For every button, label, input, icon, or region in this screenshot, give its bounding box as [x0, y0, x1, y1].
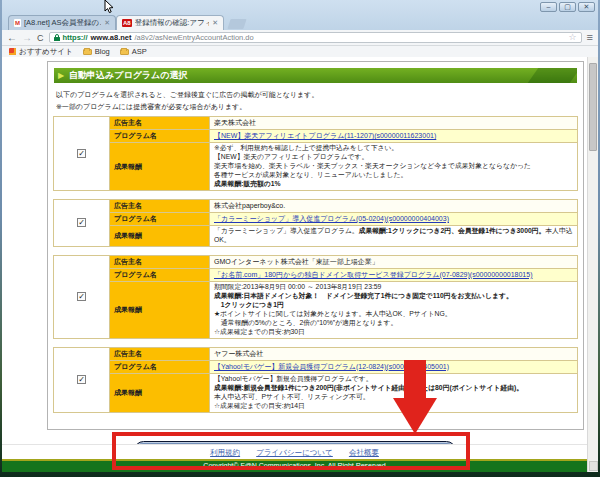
copyright-text: Copyright© — [203, 462, 240, 469]
page-content: ▶ 自動申込みプログラムの選択 以下のプログラムを選択されると、ご登録後直ぐに広… — [2, 57, 587, 472]
tab-strip: M [A8.net] AS会員登録の… ✕ A8 登録情報の確認:アフィリ ✕ — [2, 13, 598, 30]
program-link[interactable]: 【Yahoo!モバゲー】新規会員獲得プログラム(12-0824)(s000000… — [214, 363, 449, 370]
reward-label: 成果報酬 — [110, 225, 210, 246]
reward-value: 【Yahoo!モバゲー】新規会員獲得プログラムです。成果報酬:新規会員登録1件に… — [210, 373, 578, 412]
reward-line: 成果報酬:販売額の1% — [214, 180, 573, 189]
suggested-sites-icon — [9, 48, 16, 55]
reward-label: 成果報酬 — [110, 281, 210, 338]
vertical-scrollbar[interactable] — [587, 57, 598, 472]
program-name-label: プログラム名 — [110, 360, 210, 373]
advertiser-value: 楽天株式会社 — [210, 117, 578, 130]
program-name-cell: 【NEW】楽天アフィリエイトプログラム(11-1207)(s0000001162… — [210, 130, 578, 143]
gmail-icon: M — [14, 19, 21, 27]
url-path: /a8v2/asNewEntryAccountAction.do — [134, 33, 565, 42]
https-padlock-icon — [54, 34, 60, 41]
chrome-menu-icon[interactable]: ≡ — [587, 32, 593, 43]
reward-line: 1クリックにつき1円 — [214, 301, 573, 310]
bookmark-folder-asp[interactable]: ASP — [120, 47, 147, 56]
program-block: ✓ 広告主名 楽天株式会社 プログラム名 【NEW】楽天アフィリエイトプログラム… — [53, 116, 578, 191]
tab-a8-mail[interactable]: M [A8.net] AS会員登録の… ✕ — [8, 15, 116, 30]
tab-title: 登録情報の確認:アフィリ — [135, 18, 209, 28]
scrollbar-corner — [589, 461, 598, 471]
advertiser-label: 広告主名 — [110, 199, 210, 212]
section-title: 自動申込みプログラムの選択 — [69, 69, 187, 82]
privacy-link[interactable]: プライバシーについて — [256, 448, 333, 457]
copyright-company-link[interactable]: F@N Communications, — [240, 462, 312, 469]
advertiser-value: ヤフー株式会社 — [210, 347, 578, 360]
program-selection-panel: ▶ 自動申込みプログラムの選択 以下のプログラムを選択されると、ご登録後直ぐに広… — [47, 61, 584, 430]
reward-line: 成果報酬:日本語ドメインも対象！ ドメイン登録完了1件につき固定で110円をお支… — [214, 292, 573, 301]
program-checkbox-cell: ✓ — [54, 347, 110, 412]
advertiser-value: 株式会社paperboy&co. — [210, 199, 578, 212]
new-tab-button[interactable] — [227, 19, 246, 29]
program-name-label: プログラム名 — [110, 212, 210, 225]
company-link[interactable]: 会社概要 — [349, 448, 379, 457]
reward-line: ★ポイントサイトに関しては対象外となります。本人申込OK、PサイトNG。 — [214, 310, 573, 319]
address-bar[interactable]: https://www.a8.net/a8v2/asNewEntryAccoun… — [49, 32, 582, 43]
program-name-cell: 「お名前.com」180円からの独自ドメイン取得サービス登録プログラム(07-0… — [210, 268, 578, 281]
program-block: ✓ 広告主名 株式会社paperboy&co. プログラム名 「カラーミーショッ… — [53, 199, 578, 247]
terms-link[interactable]: 利用規約 — [210, 448, 240, 457]
section-arrow-icon: ▶ — [58, 71, 64, 80]
reward-line: 本人申込不可、Pサイト不可、リスティング不可。 — [214, 393, 573, 402]
folder-icon — [120, 49, 129, 55]
advertiser-value: GMOインターネット株式会社「東証一部上場企業」 — [210, 255, 578, 268]
bookmark-label: おすすめサイト — [19, 47, 73, 57]
reload-icon[interactable]: C — [37, 33, 44, 43]
program-link[interactable]: 「カラーミーショップ」導入促進プログラム(05-0204)(s000000004… — [214, 215, 449, 222]
reward-label: 成果報酬 — [110, 373, 210, 412]
advertiser-label: 広告主名 — [110, 347, 210, 360]
reward-line: ☆成果確定までの目安:約30日 — [214, 328, 573, 337]
bookmark-folder-blog[interactable]: Blog — [83, 47, 110, 56]
browser-toolbar: ← → C https://www.a8.net/a8v2/asNewEntry… — [2, 30, 598, 46]
reward-label: 成果報酬 — [110, 143, 210, 191]
bookmark-suggested-sites[interactable]: おすすめサイト — [9, 47, 73, 57]
back-icon[interactable]: ← — [7, 33, 17, 43]
window-controls: ‒ ▢ ✕ — [540, 2, 595, 12]
reward-line: 期間限定:2013年8月9日 00:00 ～ 2013年8月19日 23:59 — [214, 283, 573, 292]
copyright-bar: Copyright© F@N Communications, Inc. All … — [2, 459, 587, 472]
footer-links: 利用規約 プライバシーについて 会社概要 — [2, 444, 587, 459]
reward-line: 楽天市場を始め、楽天トラベル・楽天ブックス・楽天オークションなど今まで成果対象と… — [214, 162, 573, 171]
maximize-button[interactable]: ▢ — [559, 2, 576, 12]
program-link[interactable]: 「お名前.com」180円からの独自ドメイン取得サービス登録プログラム(07-0… — [214, 271, 533, 278]
program-name-label: プログラム名 — [110, 268, 210, 281]
program-block: ✓ 広告主名 ヤフー株式会社 プログラム名 【Yahoo!モバゲー】新規会員獲得… — [53, 347, 578, 413]
section-header: ▶ 自動申込みプログラムの選択 — [54, 68, 577, 83]
program-name-label: プログラム名 — [110, 130, 210, 143]
advertiser-label: 広告主名 — [110, 117, 210, 130]
reward-line: 【Yahoo!モバゲー】新規会員獲得プログラムです。 — [214, 375, 573, 384]
reward-line: 通常報酬の5%のところ、2倍の“10%”が適用となります。 — [214, 319, 573, 328]
reward-line: ☆成果確定までの目安:約14日 — [214, 402, 573, 411]
url-scheme: https:// — [63, 33, 88, 42]
copyright-text: Inc. All Right Reserved — [313, 462, 386, 469]
program-checkbox-cell: ✓ — [54, 255, 110, 338]
tab-registration-confirm[interactable]: A8 登録情報の確認:アフィリ ✕ — [116, 15, 224, 30]
forward-icon[interactable]: → — [22, 33, 32, 43]
tab-close-icon[interactable]: ✕ — [212, 19, 218, 27]
folder-icon — [83, 49, 92, 55]
intro-text: 以下のプログラムを選択されると、ご登録後直ぐに広告の掲載が可能となります。 ※一… — [56, 89, 575, 112]
scrollbar-thumb[interactable] — [589, 63, 597, 151]
minimize-button[interactable]: ‒ — [540, 2, 557, 12]
tab-close-icon[interactable]: ✕ — [104, 19, 110, 27]
program-checkbox-cell: ✓ — [54, 199, 110, 246]
program-checkbox[interactable]: ✓ — [77, 375, 86, 384]
bookmark-star-icon[interactable]: ☆ — [569, 33, 577, 42]
program-checkbox[interactable]: ✓ — [77, 149, 86, 158]
program-checkbox[interactable]: ✓ — [77, 218, 86, 227]
bookmark-label: Blog — [95, 47, 110, 56]
program-link[interactable]: 【NEW】楽天アフィリエイトプログラム(11-1207)(s0000001162… — [214, 132, 436, 139]
intro-line: ※一部のプログラムには提携審査が必要な場合があります。 — [56, 101, 575, 113]
program-checkbox[interactable]: ✓ — [77, 292, 86, 301]
reward-value: ※必ず、利用規約を確認した上で提携申込みをして下さい。【NEW】楽天のアフィリエ… — [210, 143, 578, 191]
reward-value: 期間限定:2013年8月9日 00:00 ～ 2013年8月19日 23:59成… — [210, 281, 578, 338]
page-viewport: ▶ 自動申込みプログラムの選択 以下のプログラムを選択されると、ご登録後直ぐに広… — [2, 57, 598, 472]
program-name-cell: 「カラーミーショップ」導入促進プログラム(05-0204)(s000000004… — [210, 212, 578, 225]
window-titlebar: ‒ ▢ ✕ — [2, 0, 598, 13]
program-block: ✓ 広告主名 GMOインターネット株式会社「東証一部上場企業」 プログラム名 「… — [53, 255, 578, 339]
intro-line: 以下のプログラムを選択されると、ご登録後直ぐに広告の掲載が可能となります。 — [56, 89, 575, 101]
a8-favicon-icon: A8 — [122, 19, 132, 27]
reward-line: ※必ず、利用規約を確認した上で提携申込みをして下さい。 — [214, 144, 573, 153]
close-button[interactable]: ✕ — [578, 2, 595, 12]
